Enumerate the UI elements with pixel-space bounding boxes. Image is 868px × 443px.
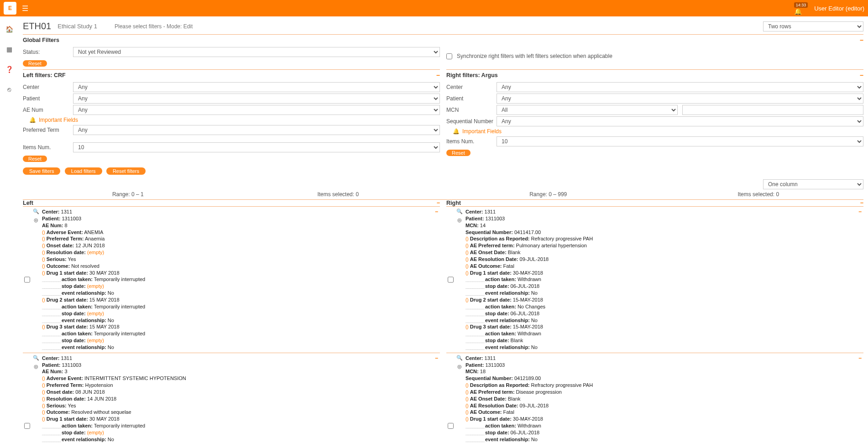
sync-checkbox[interactable] bbox=[446, 53, 452, 59]
preferred-term-label: Preferred Term bbox=[23, 127, 73, 133]
left-selected: Items selected: 0 bbox=[233, 191, 444, 198]
bell-icon: 🔔 bbox=[29, 117, 36, 123]
save-filters-button[interactable]: Save filters bbox=[23, 167, 60, 175]
important-fields-link[interactable]: 🔔 Important Fields bbox=[29, 117, 440, 123]
search-icon[interactable]: 🔍 bbox=[33, 355, 39, 361]
user-menu[interactable]: User Editor (editor) bbox=[814, 5, 864, 12]
filter-select[interactable]: Any bbox=[73, 94, 440, 104]
filter-label: Center bbox=[23, 84, 73, 90]
global-filters-title: Global Filters bbox=[23, 37, 59, 43]
global-reset-button[interactable]: Reset bbox=[23, 60, 47, 67]
card: −🔍◎Center: 1311Patient: 1311003AE Num: 8… bbox=[23, 206, 440, 353]
left-filters-title: Left filters: CRF bbox=[23, 72, 66, 78]
collapse-icon[interactable]: − bbox=[435, 355, 438, 361]
search-icon[interactable]: 🔍 bbox=[456, 208, 463, 214]
status-label: Status: bbox=[23, 49, 73, 55]
items-num-label: Items Num. bbox=[23, 144, 73, 151]
filter-select[interactable]: Any bbox=[73, 82, 440, 92]
card-checkbox[interactable] bbox=[448, 355, 454, 443]
items-num-select[interactable]: 10 bbox=[73, 142, 440, 152]
collapse-icon[interactable]: − bbox=[860, 200, 863, 206]
collapse-icon[interactable]: − bbox=[860, 36, 863, 44]
preferred-term-select[interactable]: Any bbox=[73, 125, 440, 135]
sidebar: 🏠 ▦ ❓ ⎋ bbox=[0, 16, 18, 443]
load-filters-button[interactable]: Load filters bbox=[65, 167, 102, 175]
mode-text: Please select filters - Mode: Edit bbox=[115, 23, 193, 30]
mcn-select[interactable]: All bbox=[497, 105, 678, 115]
right-section-title: Right bbox=[446, 200, 461, 206]
left-section-title: Left bbox=[23, 200, 33, 206]
card-checkbox[interactable] bbox=[24, 355, 30, 443]
home-icon[interactable]: 🏠 bbox=[5, 26, 13, 33]
logout-icon[interactable]: ⎋ bbox=[7, 86, 11, 93]
mcn-label: MCN bbox=[446, 107, 497, 113]
collapse-icon[interactable]: − bbox=[858, 208, 862, 215]
card: −🔍◎Center: 1311Patient: 1311003AE Num: 3… bbox=[23, 353, 440, 443]
study-name: Ethical Study 1 bbox=[58, 23, 97, 30]
grid-icon[interactable]: ▦ bbox=[6, 46, 12, 53]
search-icon[interactable]: 🔍 bbox=[33, 208, 39, 214]
target-icon[interactable]: ◎ bbox=[34, 217, 38, 223]
filter-select[interactable]: Any bbox=[497, 82, 863, 92]
target-icon[interactable]: ◎ bbox=[34, 364, 38, 370]
collapse-icon[interactable]: − bbox=[858, 355, 862, 361]
sync-label: Synchronize right filters with left filt… bbox=[457, 53, 612, 59]
bell-icon: 🔔 bbox=[453, 128, 460, 135]
menu-icon[interactable]: ☰ bbox=[22, 4, 28, 13]
notification-badge: 14:33 bbox=[794, 2, 808, 8]
filter-label: Patient bbox=[23, 95, 73, 102]
bell-icon: 🔔 bbox=[794, 8, 802, 15]
card-checkbox[interactable] bbox=[24, 208, 30, 351]
collapse-icon[interactable]: − bbox=[435, 208, 438, 215]
mcn-input[interactable] bbox=[682, 105, 863, 115]
topbar: E ☰ 14:33 🔔 User Editor (editor) bbox=[0, 0, 868, 16]
target-icon[interactable]: ◎ bbox=[457, 217, 462, 223]
reset-filters-button[interactable]: Reset filters bbox=[106, 167, 146, 175]
seq-label: Sequential Number bbox=[446, 118, 497, 125]
notification[interactable]: 14:33 🔔 bbox=[794, 1, 808, 15]
column-select[interactable]: One column bbox=[763, 179, 863, 189]
filter-select[interactable]: Any bbox=[497, 94, 863, 104]
help-icon[interactable]: ❓ bbox=[5, 66, 13, 73]
rows-select[interactable]: Two rows bbox=[763, 21, 863, 31]
filter-label: Patient bbox=[446, 95, 497, 102]
left-range: Range: 0 – 1 bbox=[23, 191, 233, 198]
right-selected: Items selected: 0 bbox=[654, 191, 864, 198]
important-fields-link[interactable]: 🔔 Important Fields bbox=[453, 128, 863, 135]
seq-select[interactable]: Any bbox=[497, 116, 863, 126]
right-filters-title: Right filters: Argus bbox=[446, 72, 498, 78]
status-select[interactable]: Not yet Reviewed bbox=[73, 47, 440, 57]
card: −🔍◎Center: 1311Patient: 1311003MCN: 14Se… bbox=[446, 206, 863, 353]
left-reset-button[interactable]: Reset bbox=[23, 156, 47, 162]
app-logo: E bbox=[4, 2, 16, 15]
collapse-icon[interactable]: − bbox=[860, 72, 863, 79]
filter-label: AE Num bbox=[23, 107, 73, 113]
right-reset-button[interactable]: Reset bbox=[446, 150, 471, 156]
filter-label: Center bbox=[446, 84, 497, 90]
right-range: Range: 0 – 999 bbox=[443, 191, 654, 198]
target-icon[interactable]: ◎ bbox=[457, 364, 462, 370]
collapse-icon[interactable]: − bbox=[437, 200, 440, 206]
study-code: ETH01 bbox=[23, 21, 51, 31]
filter-select[interactable]: Any bbox=[73, 105, 440, 115]
collapse-icon[interactable]: − bbox=[436, 72, 440, 79]
search-icon[interactable]: 🔍 bbox=[456, 355, 463, 361]
card: −🔍◎Center: 1311Patient: 1311003MCN: 18Se… bbox=[446, 353, 863, 443]
card-checkbox[interactable] bbox=[448, 208, 454, 351]
items-num-label: Items Num. bbox=[446, 138, 497, 145]
items-num-select[interactable]: 10 bbox=[497, 136, 863, 146]
